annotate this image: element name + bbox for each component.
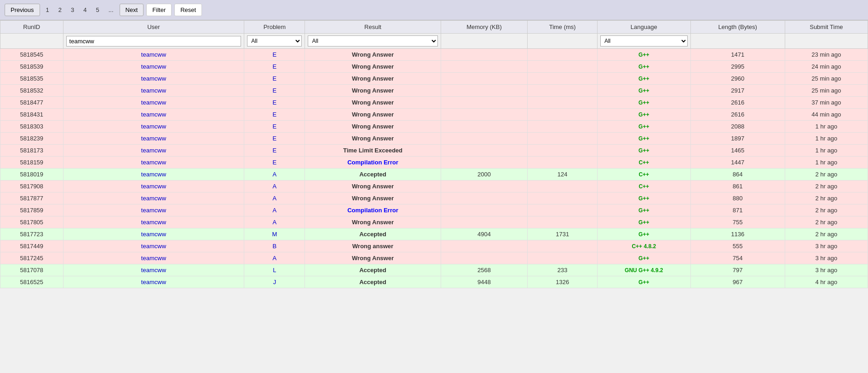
cell-problem[interactable]: E: [244, 97, 305, 109]
cell-problem[interactable]: A: [244, 252, 305, 264]
next-button[interactable]: Next: [120, 4, 144, 16]
problem-link[interactable]: M: [272, 231, 277, 238]
cell-problem[interactable]: E: [244, 145, 305, 157]
user-filter-input[interactable]: [66, 36, 241, 47]
user-link[interactable]: teamcww: [141, 123, 166, 130]
problem-link[interactable]: E: [273, 111, 277, 118]
user-link[interactable]: teamcww: [141, 147, 166, 154]
user-link[interactable]: teamcww: [141, 219, 166, 226]
page-5[interactable]: 5: [93, 5, 103, 15]
cell-problem[interactable]: E: [244, 49, 305, 61]
problem-link[interactable]: E: [273, 123, 277, 130]
cell-problem[interactable]: E: [244, 121, 305, 133]
page-4[interactable]: 4: [80, 5, 90, 15]
cell-problem[interactable]: E: [244, 133, 305, 145]
cell-user[interactable]: teamcww: [63, 181, 244, 192]
problem-link[interactable]: A: [273, 183, 277, 190]
cell-problem[interactable]: A: [244, 181, 305, 192]
cell-user[interactable]: teamcww: [63, 157, 244, 169]
cell-run-id: 5817877: [0, 192, 63, 204]
user-link[interactable]: teamcww: [141, 231, 166, 238]
user-link[interactable]: teamcww: [141, 135, 166, 142]
problem-link[interactable]: E: [273, 159, 277, 166]
user-link[interactable]: teamcww: [141, 99, 166, 106]
filter-button[interactable]: Filter: [146, 4, 172, 16]
cell-user[interactable]: teamcww: [63, 252, 244, 264]
cell-user[interactable]: teamcww: [63, 109, 244, 121]
cell-user[interactable]: teamcww: [63, 97, 244, 109]
user-link[interactable]: teamcww: [141, 243, 166, 250]
problem-link[interactable]: L: [273, 267, 276, 274]
problem-link[interactable]: A: [273, 171, 277, 178]
filter-problem[interactable]: All: [244, 34, 305, 49]
problem-link[interactable]: E: [273, 147, 277, 154]
cell-problem[interactable]: E: [244, 157, 305, 169]
cell-user[interactable]: teamcww: [63, 264, 244, 276]
filter-result[interactable]: All: [305, 34, 441, 49]
problem-link[interactable]: E: [273, 135, 277, 142]
user-link[interactable]: teamcww: [141, 183, 166, 190]
page-1[interactable]: 1: [43, 5, 52, 15]
cell-user[interactable]: teamcww: [63, 169, 244, 181]
page-2[interactable]: 2: [55, 5, 65, 15]
problem-link[interactable]: A: [273, 219, 277, 226]
problem-link[interactable]: E: [273, 51, 277, 58]
cell-user[interactable]: teamcww: [63, 204, 244, 216]
cell-problem[interactable]: A: [244, 216, 305, 228]
filter-language[interactable]: All: [597, 34, 690, 49]
problem-link[interactable]: E: [273, 63, 277, 70]
problem-link[interactable]: A: [273, 195, 277, 202]
user-link[interactable]: teamcww: [141, 87, 166, 94]
cell-problem[interactable]: L: [244, 264, 305, 276]
cell-user[interactable]: teamcww: [63, 133, 244, 145]
cell-problem[interactable]: E: [244, 61, 305, 73]
cell-problem[interactable]: B: [244, 240, 305, 252]
user-link[interactable]: teamcww: [141, 111, 166, 118]
problem-link[interactable]: B: [273, 243, 277, 250]
cell-memory: [441, 85, 528, 97]
problem-link[interactable]: E: [273, 99, 277, 106]
cell-problem[interactable]: E: [244, 85, 305, 97]
cell-problem[interactable]: A: [244, 204, 305, 216]
filter-row: All All All: [0, 34, 868, 49]
problem-link[interactable]: E: [273, 87, 277, 94]
user-link[interactable]: teamcww: [141, 159, 166, 166]
language-filter-select[interactable]: All: [600, 35, 688, 47]
problem-link[interactable]: A: [273, 255, 277, 262]
problem-link[interactable]: E: [273, 75, 277, 82]
cell-problem[interactable]: J: [244, 276, 305, 288]
cell-user[interactable]: teamcww: [63, 73, 244, 85]
cell-user[interactable]: teamcww: [63, 49, 244, 61]
user-link[interactable]: teamcww: [141, 171, 166, 178]
user-link[interactable]: teamcww: [141, 279, 166, 286]
page-3[interactable]: 3: [68, 5, 77, 15]
cell-user[interactable]: teamcww: [63, 121, 244, 133]
cell-problem[interactable]: M: [244, 228, 305, 240]
result-filter-select[interactable]: All: [308, 35, 437, 47]
user-link[interactable]: teamcww: [141, 207, 166, 214]
cell-user[interactable]: teamcww: [63, 145, 244, 157]
user-link[interactable]: teamcww: [141, 267, 166, 274]
cell-user[interactable]: teamcww: [63, 228, 244, 240]
user-link[interactable]: teamcww: [141, 63, 166, 70]
cell-problem[interactable]: E: [244, 73, 305, 85]
problem-filter-select[interactable]: All: [247, 35, 302, 47]
cell-user[interactable]: teamcww: [63, 216, 244, 228]
cell-user[interactable]: teamcww: [63, 192, 244, 204]
cell-user[interactable]: teamcww: [63, 276, 244, 288]
reset-button[interactable]: Reset: [174, 4, 202, 16]
cell-problem[interactable]: E: [244, 109, 305, 121]
filter-user[interactable]: [63, 34, 244, 49]
problem-link[interactable]: A: [273, 207, 277, 214]
cell-user[interactable]: teamcww: [63, 61, 244, 73]
user-link[interactable]: teamcww: [141, 255, 166, 262]
previous-button[interactable]: Previous: [5, 4, 40, 16]
cell-problem[interactable]: A: [244, 192, 305, 204]
problem-link[interactable]: J: [273, 279, 276, 286]
user-link[interactable]: teamcww: [141, 75, 166, 82]
user-link[interactable]: teamcww: [141, 195, 166, 202]
cell-user[interactable]: teamcww: [63, 240, 244, 252]
user-link[interactable]: teamcww: [141, 51, 166, 58]
cell-problem[interactable]: A: [244, 169, 305, 181]
cell-user[interactable]: teamcww: [63, 85, 244, 97]
